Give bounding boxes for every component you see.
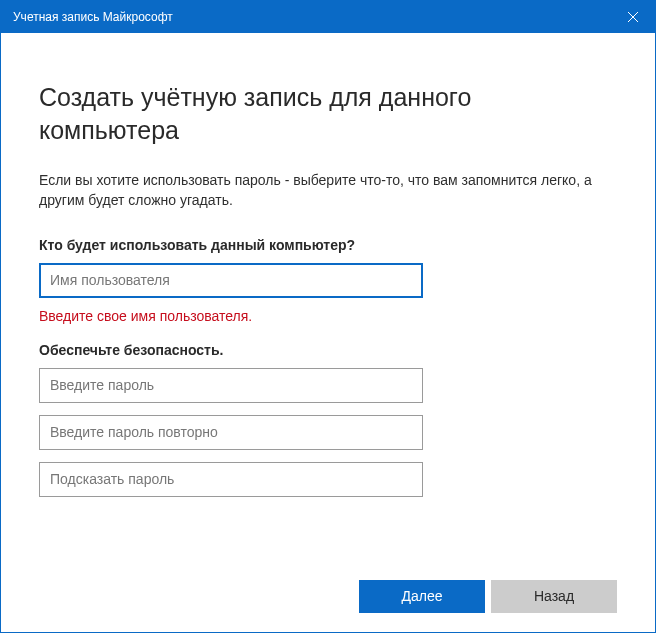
username-section-label: Кто будет использовать данный компьютер? [39,237,617,253]
back-button[interactable]: Назад [491,580,617,613]
next-button[interactable]: Далее [359,580,485,613]
password-hint-input[interactable] [39,462,423,497]
close-button[interactable] [610,1,655,33]
username-input[interactable] [39,263,423,298]
security-section-label: Обеспечьте безопасность. [39,342,617,358]
close-icon [628,12,638,22]
page-title: Создать учётную запись для данного компь… [39,81,617,146]
page-description: Если вы хотите использовать пароль - выб… [39,170,617,211]
footer-buttons: Далее Назад [1,560,655,632]
password-input[interactable] [39,368,423,403]
password-confirm-input[interactable] [39,415,423,450]
content-area: Создать учётную запись для данного компь… [1,33,655,560]
window-titlebar: Учетная запись Майкрософт [1,1,655,33]
window-title: Учетная запись Майкрософт [13,10,173,24]
username-error-message: Введите свое имя пользователя. [39,308,617,324]
